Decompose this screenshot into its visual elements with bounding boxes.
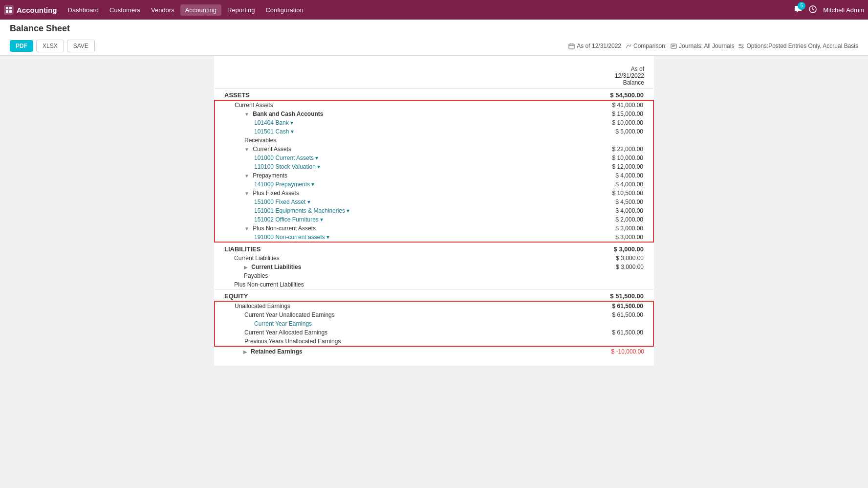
noncurrent-assets-header: ▼ Plus Non-current Assets $ 3,000.00 bbox=[215, 224, 653, 233]
collapse-prepayments[interactable]: ▼ bbox=[244, 173, 249, 178]
nav-customers[interactable]: Customers bbox=[105, 4, 145, 16]
date-filter-label: As of 12/31/2022 bbox=[577, 43, 621, 49]
equity-label: EQUITY bbox=[215, 289, 522, 301]
151000-account: 151000 Fixed Asset ▾ bbox=[215, 198, 522, 206]
current-liabilities-total: $ 3,000.00 bbox=[522, 263, 653, 271]
current-assets-group-header: Current Assets $ 41,000.00 bbox=[215, 100, 653, 110]
current-liabilities-group-total: $ 3,000.00 bbox=[522, 254, 653, 263]
collapse-fixed-assets[interactable]: ▼ bbox=[244, 191, 249, 196]
save-button[interactable]: SAVE bbox=[67, 40, 95, 52]
collapse-noncurrent-assets[interactable]: ▼ bbox=[244, 226, 249, 231]
receivables-label: Receivables bbox=[215, 136, 522, 145]
cash-account: 101501 Cash ▾ bbox=[215, 127, 522, 136]
liabilities-label: LIABILITIES bbox=[215, 242, 522, 254]
current-year-allocated-total: $ 61,500.00 bbox=[515, 328, 653, 337]
payables-row: Payables bbox=[215, 271, 653, 280]
journals-filter[interactable]: Journals: All Journals bbox=[671, 43, 734, 49]
current-liabilities-label: ▶ Current Liabilities bbox=[215, 263, 522, 271]
current-liabilities-group-label: Current Liabilities bbox=[215, 254, 522, 263]
prepayments-total: $ 4,000.00 bbox=[522, 171, 653, 180]
unallocated-earnings-table: Unallocated Earnings $ 61,500.00 Current… bbox=[215, 302, 653, 346]
payables-label: Payables bbox=[215, 271, 522, 280]
app-logo[interactable]: Accounting bbox=[4, 5, 57, 15]
current-year-unallocated-label: Current Year Unallocated Earnings bbox=[215, 311, 515, 319]
nav-vendors[interactable]: Vendors bbox=[146, 4, 179, 16]
notification-badge: 5 bbox=[798, 2, 805, 10]
comparison-filter[interactable]: Comparison: bbox=[625, 43, 667, 49]
col-date2: 12/31/2022 bbox=[566, 72, 644, 79]
app-name: Accounting bbox=[17, 6, 57, 14]
svg-rect-1 bbox=[9, 7, 12, 9]
user-menu[interactable]: Mitchell Admin bbox=[823, 6, 864, 14]
assets-section-header: ASSETS $ 54,500.00 bbox=[215, 89, 653, 101]
liabilities-total: $ 3,000.00 bbox=[522, 242, 653, 254]
110100-row: 110100 Stock Valuation ▾ $ 12,000.00 bbox=[215, 162, 653, 171]
bank-row: 101404 Bank ▾ $ 10,000.00 bbox=[215, 118, 653, 127]
nav-configuration[interactable]: Configuration bbox=[260, 4, 308, 16]
unallocated-earnings-total: $ 61,500.00 bbox=[515, 302, 653, 311]
151002-amount: $ 2,000.00 bbox=[522, 215, 653, 224]
151000-row: 151000 Fixed Asset ▾ $ 4,500.00 bbox=[215, 198, 653, 206]
comparison-label: Comparison: bbox=[633, 43, 667, 49]
equity-total: $ 51,500.00 bbox=[522, 289, 653, 301]
receivables-header: Receivables bbox=[215, 136, 653, 145]
191000-account: 191000 Non-current assets ▾ bbox=[215, 233, 522, 242]
balance-col-header: As of 12/31/2022 Balance bbox=[566, 66, 644, 86]
assets-total: $ 54,500.00 bbox=[522, 89, 653, 101]
payables-total bbox=[522, 271, 653, 280]
151002-row: 151002 Office Furnitures ▾ $ 2,000.00 bbox=[215, 215, 653, 224]
options-label: Options:Posted Entries Only, Accrual Bas… bbox=[746, 43, 858, 49]
current-year-unallocated-total: $ 61,500.00 bbox=[515, 311, 653, 319]
prev-years-unallocated-label: Previous Years Unallocated Earnings bbox=[215, 337, 515, 346]
options-filter[interactable]: Options:Posted Entries Only, Accrual Bas… bbox=[738, 43, 858, 49]
nav-dashboard[interactable]: Dashboard bbox=[63, 4, 104, 16]
141000-row: 141000 Prepayments ▾ $ 4,000.00 bbox=[215, 180, 653, 189]
col-balance: Balance bbox=[566, 79, 644, 86]
equity-section-header: EQUITY $ 51,500.00 bbox=[215, 289, 653, 301]
xlsx-button[interactable]: XLSX bbox=[36, 40, 64, 52]
191000-row: 191000 Non-current assets ▾ $ 3,000.00 bbox=[215, 233, 653, 242]
bank-account: 101404 Bank ▾ bbox=[215, 118, 522, 127]
current-liabilities-group-header: Current Liabilities $ 3,000.00 bbox=[215, 254, 653, 263]
report-col-headers: As of 12/31/2022 Balance bbox=[214, 66, 654, 86]
collapse-retained[interactable]: ▶ bbox=[243, 349, 247, 355]
chat-icon[interactable]: 5 bbox=[794, 5, 803, 15]
retained-earnings-table: ▶ Retained Earnings $ -10,000.00 bbox=[214, 347, 654, 356]
unallocated-earnings-header: Unallocated Earnings $ 61,500.00 bbox=[215, 302, 653, 311]
fixed-assets-header: ▼ Plus Fixed Assets $ 10,500.00 bbox=[215, 189, 653, 198]
unallocated-earnings-label: Unallocated Earnings bbox=[215, 302, 515, 311]
svg-rect-5 bbox=[569, 44, 574, 49]
cash-row: 101501 Cash ▾ $ 5,000.00 bbox=[215, 127, 653, 136]
prepayments-header: ▼ Prepayments $ 4,000.00 bbox=[215, 171, 653, 180]
collapse-current-assets[interactable]: ▼ bbox=[244, 147, 249, 152]
nav-menu: Dashboard Customers Vendors Accounting R… bbox=[63, 4, 308, 16]
noncurrent-assets-total: $ 3,000.00 bbox=[522, 224, 653, 233]
current-year-allocated-label: Current Year Allocated Earnings bbox=[215, 328, 515, 337]
app-icon bbox=[4, 5, 14, 15]
151000-amount: $ 4,500.00 bbox=[522, 198, 653, 206]
filter-bar: As of 12/31/2022 Comparison: Journals: A… bbox=[568, 43, 858, 49]
col-date: As of bbox=[566, 66, 644, 72]
nav-right: 5 Mitchell Admin bbox=[794, 5, 864, 15]
page-title: Balance Sheet bbox=[10, 23, 858, 37]
nav-reporting[interactable]: Reporting bbox=[222, 4, 260, 16]
collapse-bank[interactable]: ▼ bbox=[244, 111, 249, 117]
svg-rect-0 bbox=[6, 7, 8, 9]
pdf-button[interactable]: PDF bbox=[10, 40, 33, 52]
report-table: ASSETS $ 54,500.00 Current Assets $ 41,0… bbox=[214, 88, 654, 301]
bank-cash-header: ▼ Bank and Cash Accounts $ 15,000.00 bbox=[215, 110, 653, 118]
collapse-current-liabilities[interactable]: ▶ bbox=[244, 265, 248, 270]
151001-amount: $ 4,000.00 bbox=[522, 206, 653, 215]
clock-icon[interactable] bbox=[808, 5, 817, 15]
current-assets-sub-header: ▼ Current Assets $ 22,000.00 bbox=[215, 145, 653, 154]
bank-cash-total: $ 15,000.00 bbox=[522, 110, 653, 118]
retained-earnings-label: ▶ Retained Earnings bbox=[214, 347, 481, 356]
date-filter[interactable]: As of 12/31/2022 bbox=[568, 43, 621, 49]
101000-account: 101000 Current Assets ▾ bbox=[215, 154, 522, 162]
nav-accounting[interactable]: Accounting bbox=[180, 4, 221, 16]
assets-label: ASSETS bbox=[215, 89, 522, 101]
110100-amount: $ 12,000.00 bbox=[522, 162, 653, 171]
141000-amount: $ 4,000.00 bbox=[522, 180, 653, 189]
journals-label: Journals: All Journals bbox=[679, 43, 734, 49]
top-navigation: Accounting Dashboard Customers Vendors A… bbox=[0, 0, 868, 20]
